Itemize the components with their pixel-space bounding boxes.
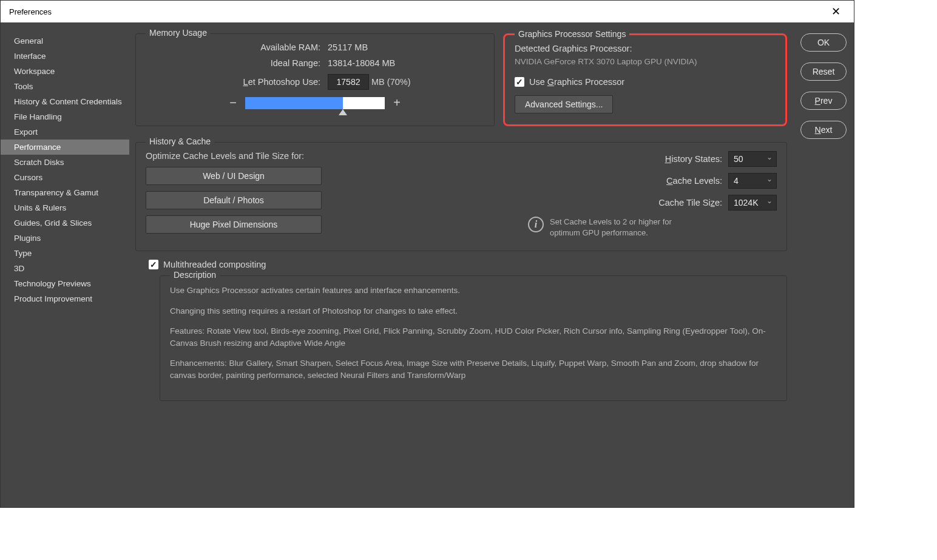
right-rail: OK Reset Prev Next <box>793 22 854 507</box>
main-panel: Memory Usage Available RAM: 25117 MB Ide… <box>129 22 793 507</box>
use-gpu-checkbox[interactable]: ✓ <box>515 77 524 87</box>
slider-thumb-icon[interactable] <box>339 109 347 115</box>
sidebar-item-product-improvement[interactable]: Product Improvement <box>1 291 129 306</box>
cache-levels-select[interactable]: 4 <box>728 173 777 189</box>
available-ram-value: 25117 MB <box>328 42 431 52</box>
preferences-window: Preferences ✕ General Interface Workspac… <box>0 0 854 508</box>
sidebar-item-performance[interactable]: Performance <box>1 140 129 155</box>
sidebar-item-general[interactable]: General <box>1 33 129 49</box>
reset-button[interactable]: Reset <box>800 62 847 81</box>
minus-icon[interactable]: − <box>228 96 238 110</box>
sidebar-item-tech-previews[interactable]: Technology Previews <box>1 276 129 291</box>
description-p1: Use Graphics Processor activates certain… <box>170 285 777 297</box>
memory-usage-group: Memory Usage Available RAM: 25117 MB Ide… <box>135 33 495 126</box>
sidebar-item-export[interactable]: Export <box>1 124 129 140</box>
ideal-range-label: Ideal Range: <box>199 58 320 68</box>
sidebar-item-interface[interactable]: Interface <box>1 49 129 64</box>
description-p3: Features: Rotate View tool, Birds-eye zo… <box>170 325 777 349</box>
description-legend: Description <box>170 270 220 280</box>
graphics-processor-group: Graphics Processor Settings Detected Gra… <box>503 33 787 126</box>
let-photoshop-use-label: Let Photoshop Use: <box>199 77 320 87</box>
sidebar-item-tools[interactable]: Tools <box>1 79 129 94</box>
sidebar-item-file-handling[interactable]: File Handling <box>1 109 129 124</box>
memory-suffix: MB (70%) <box>371 77 410 87</box>
description-p2: Changing this setting requires a restart… <box>170 305 777 317</box>
history-legend: History & Cache <box>146 137 214 146</box>
description-p4: Enhancements: Blur Gallery, Smart Sharpe… <box>170 357 777 381</box>
cache-tile-size-select[interactable]: 1024K <box>728 195 777 211</box>
ok-button[interactable]: OK <box>800 33 847 52</box>
sidebar-item-plugins[interactable]: Plugins <box>1 231 129 246</box>
memory-slider[interactable] <box>245 97 385 109</box>
sidebar-item-type[interactable]: Type <box>1 246 129 261</box>
plus-icon[interactable]: + <box>392 96 402 110</box>
use-gpu-label: Use Graphics Processor <box>529 77 624 87</box>
history-cache-group: History & Cache History States: 50 Cache… <box>135 142 787 251</box>
cache-info-text: Set Cache Levels to 2 or higher for opti… <box>550 217 683 238</box>
cache-levels-label: Cache Levels: <box>666 176 722 186</box>
sidebar-item-workspace[interactable]: Workspace <box>1 64 129 79</box>
close-icon[interactable]: ✕ <box>827 5 845 18</box>
advanced-settings-button[interactable]: Advanced Settings... <box>515 95 613 113</box>
history-states-label: History States: <box>665 154 722 164</box>
prev-button[interactable]: Prev <box>800 92 847 110</box>
gfx-legend: Graphics Processor Settings <box>515 29 629 39</box>
memory-legend: Memory Usage <box>146 28 211 38</box>
titlebar: Preferences ✕ <box>1 1 854 22</box>
memory-input[interactable] <box>328 74 369 90</box>
multithreaded-checkbox[interactable]: ✓ <box>149 260 158 269</box>
sidebar-item-3d[interactable]: 3D <box>1 261 129 276</box>
sidebar-item-cursors[interactable]: Cursors <box>1 170 129 185</box>
ideal-range-value: 13814-18084 MB <box>328 58 431 68</box>
multithreaded-label: Multithreaded compositing <box>163 260 266 269</box>
description-group: Description Use Graphics Processor activ… <box>160 275 787 401</box>
sidebar-item-guides-grid-slices[interactable]: Guides, Grid & Slices <box>1 215 129 231</box>
detected-gpu-name: NVIDIA GeForce RTX 3070 Laptop GPU (NVID… <box>515 57 776 66</box>
history-states-select[interactable]: 50 <box>728 151 777 167</box>
preset-default-photos-button[interactable]: Default / Photos <box>146 191 322 209</box>
sidebar-item-scratch-disks[interactable]: Scratch Disks <box>1 155 129 170</box>
next-button[interactable]: Next <box>800 121 847 139</box>
sidebar-item-units-rulers[interactable]: Units & Rulers <box>1 200 129 215</box>
preset-huge-pixel-button[interactable]: Huge Pixel Dimensions <box>146 215 322 234</box>
preset-web-ui-button[interactable]: Web / UI Design <box>146 167 322 185</box>
info-icon: i <box>528 217 544 232</box>
available-ram-label: Available RAM: <box>199 42 320 52</box>
sidebar-item-transparency-gamut[interactable]: Transparency & Gamut <box>1 185 129 200</box>
sidebar: General Interface Workspace Tools Histor… <box>1 22 129 507</box>
window-title: Preferences <box>9 7 52 16</box>
cache-tile-size-label: Cache Tile Size: <box>658 198 722 207</box>
detected-gpu-label: Detected Graphics Processor: <box>515 44 776 53</box>
sidebar-item-history-credentials[interactable]: History & Content Credentials <box>1 94 129 109</box>
